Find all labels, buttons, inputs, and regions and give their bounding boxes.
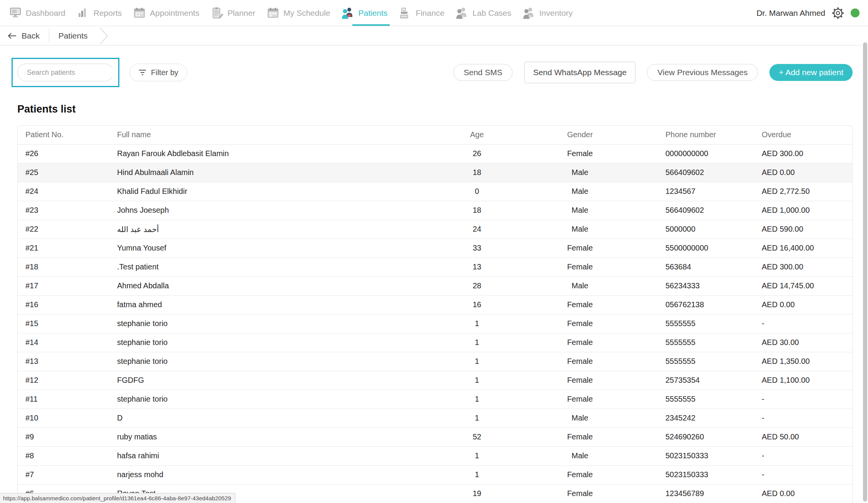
table-row[interactable]: #24 Khalid Fadul Elkhidir 0 Male 1234567… [18, 182, 852, 201]
nav-label: Patients [358, 8, 387, 18]
cell-overdue: AED 50.00 [747, 427, 852, 446]
cell-full-name: Khalid Fadul Elkhidir [99, 182, 443, 201]
cell-full-name: ruby matias [99, 427, 443, 446]
nav-item-inventory[interactable]: Inventory [522, 0, 573, 26]
gear-icon[interactable] [831, 7, 845, 20]
cell-patient-no: #15 [18, 314, 99, 333]
table-row[interactable]: #8 hafsa rahimi 1 Male 5023150333 - [18, 446, 852, 465]
cell-patient-no: #13 [18, 352, 99, 371]
filter-by-button[interactable]: Filter by [129, 64, 187, 81]
cell-full-name: أحمد عبد الله [99, 220, 443, 239]
cell-gender: Female [511, 295, 649, 314]
cell-overdue: AED 2,772.50 [747, 182, 852, 201]
nav-item-planner[interactable]: Planner [210, 0, 255, 26]
page-title: Patients list [17, 103, 853, 115]
table-row[interactable]: #11 stephanie torio 1 Female 5555555 - [18, 390, 852, 409]
table-row[interactable]: #17 Ahmed Abdalla 28 Male 56234333 AED 1… [18, 276, 852, 295]
cell-patient-no: #21 [18, 239, 99, 257]
cell-gender: Female [511, 257, 649, 276]
nav-item-reports[interactable]: Reports [76, 0, 122, 26]
cell-phone-number: 566409602 [649, 201, 747, 220]
cell-phone-number: 5023150333 [649, 465, 747, 484]
cell-patient-no: #8 [18, 446, 99, 465]
cell-age: 1 [443, 409, 511, 427]
cell-patient-no: #11 [18, 390, 99, 409]
cell-phone-number: 2345242 [649, 409, 747, 427]
cell-overdue: AED 0.00 [747, 163, 852, 182]
table-row[interactable]: #7 narjess mohd 1 Female 5023150333 - [18, 465, 852, 484]
nav-item-patients[interactable]: Patients [341, 0, 387, 26]
my-schedule-icon [266, 6, 280, 20]
scrollbar-thumb[interactable] [863, 42, 867, 501]
nav-item-my-schedule[interactable]: My Schedule [266, 0, 330, 26]
table-row[interactable]: #25 Hind Abulmaali Alamin 18 Male 566409… [18, 163, 852, 182]
add-new-patient-button[interactable]: + Add new patient [769, 64, 853, 81]
cell-phone-number: 566409602 [649, 163, 747, 182]
cell-full-name: FGDFG [99, 371, 443, 390]
planner-icon [210, 6, 224, 20]
nav-item-dashboard[interactable]: Dashboard [8, 0, 65, 26]
cell-phone-number: 5023150333 [649, 446, 747, 465]
toolbar-actions: Send SMS Send WhatsApp Message View Prev… [453, 62, 853, 83]
table-row[interactable]: #12 FGDFG 1 Female 25735354 AED 1,100.00 [18, 371, 852, 390]
nav-label: Finance [416, 8, 444, 18]
send-sms-button[interactable]: Send SMS [453, 64, 513, 81]
cell-age: 26 [443, 144, 511, 163]
col-patient-no: Patient No. [18, 126, 99, 144]
cell-overdue: AED 14,745.00 [747, 276, 852, 295]
cell-age: 1 [443, 465, 511, 484]
back-button[interactable]: Back [7, 31, 40, 40]
back-arrow-icon [7, 32, 17, 40]
filter-icon [138, 69, 147, 76]
cell-overdue: - [747, 409, 852, 427]
lab-cases-icon [455, 6, 469, 20]
cell-overdue: AED 590.00 [747, 220, 852, 239]
table-row[interactable]: #16 fatma ahmed 16 Female 056762138 AED … [18, 295, 852, 314]
cell-gender: Female [511, 352, 649, 371]
breadcrumb-current[interactable]: Patients [59, 31, 88, 40]
table-row[interactable]: #14 stephanie torio 1 Female 5555555 AED… [18, 333, 852, 352]
cell-gender: Female [511, 465, 649, 484]
table-row[interactable]: #13 stephanie torio 1 Female 5555555 AED… [18, 352, 852, 371]
table-row[interactable]: #23 Johns Joeseph 18 Male 566409602 AED … [18, 201, 852, 220]
cell-phone-number: 56234333 [649, 276, 747, 295]
nav-item-finance[interactable]: Finance [398, 0, 444, 26]
finance-icon [398, 6, 412, 20]
search-highlight-box [12, 58, 119, 87]
nav-item-appointments[interactable]: Appointments [132, 0, 199, 26]
nav-items: Dashboard Reports Appointments [8, 0, 573, 26]
cell-gender: Male [511, 409, 649, 427]
cell-phone-number: 25735354 [649, 371, 747, 390]
search-input[interactable] [27, 69, 116, 77]
content: Filter by Send SMS Send WhatsApp Message… [0, 58, 868, 503]
nav-label: Appointments [150, 8, 199, 18]
nav-item-lab-cases[interactable]: Lab Cases [455, 0, 511, 26]
table-row[interactable]: #9 ruby matias 52 Female 524690260 AED 5… [18, 427, 852, 446]
nav-label: Lab Cases [473, 8, 511, 18]
table-row[interactable]: #15 stephanie torio 1 Female 5555555 - [18, 314, 852, 333]
table-row[interactable]: #18 .Test patient 13 Female 563684 AED 3… [18, 257, 852, 276]
table-row[interactable]: #21 Yumna Yousef 33 Female 5500000000 AE… [18, 239, 852, 257]
cell-age: 18 [443, 201, 511, 220]
cell-gender: Male [511, 182, 649, 201]
table-row[interactable]: #26 Rayan Farouk Abdlebasit Elamin 26 Fe… [18, 144, 852, 163]
nav-label: My Schedule [283, 8, 330, 18]
dashboard-icon [8, 6, 22, 20]
cell-gender: Male [511, 220, 649, 239]
cell-patient-no: #24 [18, 182, 99, 201]
cell-age: 1 [443, 314, 511, 333]
cell-overdue: AED 1,100.00 [747, 371, 852, 390]
link-status-bar: https://app.balsammedico.com/patient_pro… [0, 493, 235, 503]
table-row[interactable]: #22 أحمد عبد الله 24 Male 5000000 AED 59… [18, 220, 852, 239]
cell-overdue: - [747, 465, 852, 484]
view-previous-messages-button[interactable]: View Previous Messages [647, 64, 758, 81]
table-row[interactable]: #10 D 1 Male 2345242 - [18, 409, 852, 427]
nav-label: Dashboard [26, 8, 65, 18]
cell-full-name: Johns Joeseph [99, 201, 443, 220]
cell-gender: Male [511, 446, 649, 465]
filter-label: Filter by [151, 68, 178, 77]
cell-full-name: Rayan Farouk Abdlebasit Elamin [99, 144, 443, 163]
breadcrumb-chevron-icon [99, 27, 109, 45]
cell-overdue: AED 1,000.00 [747, 201, 852, 220]
send-whatsapp-button[interactable]: Send WhatsApp Message [524, 62, 635, 83]
